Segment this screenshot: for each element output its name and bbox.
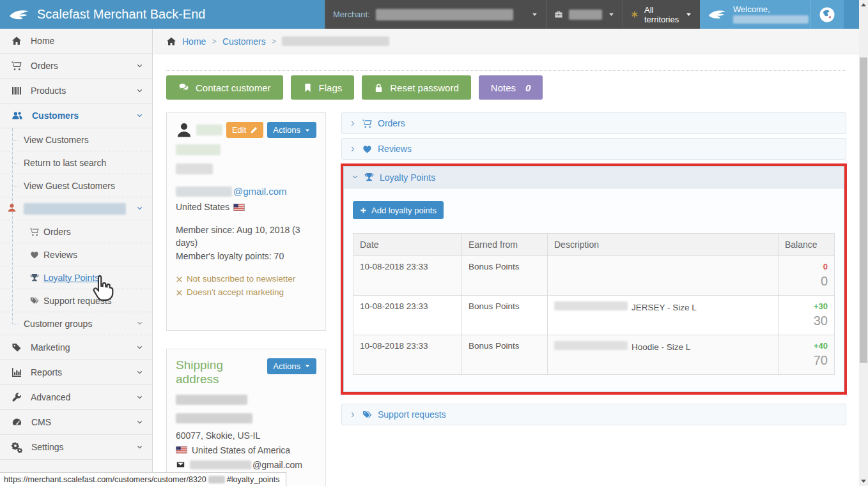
chevron-down-icon	[136, 444, 143, 451]
barcode-icon	[12, 86, 22, 96]
add-loyalty-points-button[interactable]: Add loyalty points	[353, 201, 444, 219]
loyalty-points-table: Date Earned from Description Balance 10-…	[353, 233, 835, 375]
scrollbar-up-arrow[interactable]	[861, 3, 866, 6]
description-text: Hoodie - Size L	[632, 342, 690, 352]
email-domain: @gmail.com	[252, 460, 302, 470]
chevron-down-icon	[136, 63, 143, 70]
lock-icon	[374, 83, 384, 93]
description-text: JERSEY - Size L	[632, 303, 697, 312]
sidebar-item-view-customers[interactable]: View Customers	[0, 128, 152, 151]
chevron-down-icon	[136, 320, 143, 327]
orders-panel-header[interactable]: Orders	[341, 112, 846, 134]
points-balance: 70	[785, 353, 828, 368]
profile-actions-dropdown[interactable]: Actions	[267, 122, 316, 138]
scrollbar-thumb[interactable]	[860, 57, 867, 363]
territories-label: All territories	[644, 5, 679, 24]
cart-icon	[12, 61, 22, 71]
sidebar-item-customer-orders[interactable]: Orders	[0, 220, 152, 243]
browser-status-url: https://merchant.scalefast.com/customers…	[0, 472, 286, 486]
customer-email[interactable]: @gmail.com	[176, 186, 316, 197]
contact-customer-button[interactable]: Contact customer	[166, 75, 283, 100]
territories-selector[interactable]: All territories	[623, 0, 700, 29]
sidebar-item-settings[interactable]: Settings	[0, 435, 152, 460]
user-menu[interactable]: Welcome,	[700, 0, 810, 29]
language-globe-button[interactable]	[810, 0, 844, 29]
vertical-scrollbar[interactable]	[859, 0, 868, 486]
caret-down-icon	[685, 11, 692, 18]
gears-icon	[12, 442, 22, 453]
sidebar-item-reports[interactable]: Reports	[0, 360, 152, 385]
panel-title: Support requests	[378, 409, 446, 420]
support-requests-panel-header[interactable]: Support requests	[341, 404, 846, 425]
header-filler	[844, 0, 859, 29]
tags-icon	[30, 296, 39, 305]
sidebar-item-return-to-last-search[interactable]: Return to last search	[0, 151, 152, 174]
merchant-selector[interactable]: Merchant:	[325, 0, 546, 29]
sidebar-item-customer-groups[interactable]: Customer groups	[0, 312, 152, 335]
reset-password-button[interactable]: Reset password	[362, 75, 471, 100]
sidebar-item-label: Advanced	[31, 392, 70, 402]
points-delta: 0	[785, 262, 828, 271]
chevron-down-icon	[136, 394, 143, 401]
status-url-prefix: https://merchant.scalefast.com/customers…	[4, 475, 206, 484]
shipping-actions-dropdown[interactable]: Actions	[267, 358, 316, 374]
newsletter-status: Not subscribed to newsletter	[176, 273, 316, 286]
cell-date: 10-08-2018 23:33	[353, 296, 462, 335]
store-selector[interactable]	[546, 0, 623, 29]
button-label: Actions	[273, 361, 300, 371]
briefcase-icon	[554, 10, 563, 19]
status-url-fragment: #loyalty_points	[227, 475, 280, 484]
chevron-down-icon	[136, 87, 143, 95]
sidebar-item-label: Products	[31, 86, 66, 96]
sidebar-item-advanced[interactable]: Advanced	[0, 385, 152, 410]
trophy-icon	[30, 273, 39, 282]
column-header-description: Description	[548, 234, 779, 256]
sidebar-item-customers[interactable]: Customers	[0, 103, 152, 128]
notes-button[interactable]: Notes 0	[479, 75, 543, 100]
edit-customer-button[interactable]: Edit	[226, 122, 263, 138]
redacted-address-line	[176, 395, 247, 405]
cell-date: 10-08-2018 23:33	[353, 256, 462, 296]
brand[interactable]: Scalefast Merchant Back-End	[0, 0, 325, 29]
scrollbar-down-arrow[interactable]	[861, 480, 866, 483]
sidebar-item-cms[interactable]: CMS	[0, 410, 152, 435]
sidebar-item-label: View Customers	[24, 135, 89, 145]
flags-button[interactable]: Flags	[291, 75, 355, 100]
sidebar-item-customer-loyalty-points[interactable]: Loyalty Points	[0, 266, 152, 289]
sidebar-item-products[interactable]: Products	[0, 79, 152, 103]
sidebar-item-label: Reviews	[43, 250, 77, 260]
panel-title: Loyalty Points	[380, 172, 435, 183]
bar-chart-icon	[12, 367, 22, 377]
button-label: Reset password	[390, 82, 459, 93]
shipping-email: @gmail.com	[176, 460, 316, 470]
reviews-panel-header[interactable]: Reviews	[341, 138, 846, 160]
loyalty-panel-header[interactable]: Loyalty Points	[344, 167, 844, 188]
sidebar-item-label: CMS	[31, 417, 51, 427]
breadcrumb-home-link[interactable]: Home	[182, 36, 206, 47]
sidebar-item-customer-reviews[interactable]: Reviews	[0, 243, 152, 266]
table-row: 10-08-2018 23:33 Bonus Points 0 0	[353, 256, 835, 296]
points-delta: +40	[785, 341, 828, 351]
breadcrumb: Home > Customers >	[153, 29, 859, 54]
breadcrumb-separator: >	[212, 36, 217, 46]
caret-down-icon	[531, 11, 538, 18]
trophy-icon	[364, 172, 374, 182]
sidebar-item-marketing[interactable]: Marketing	[0, 335, 152, 360]
sidebar-item-label: Orders	[31, 61, 58, 71]
sidebar-item-current-customer[interactable]	[0, 197, 152, 220]
home-icon[interactable]	[166, 36, 176, 47]
cell-earned-from: Bonus Points	[462, 296, 548, 335]
sidebar-item-label: Home	[31, 36, 54, 46]
chevron-down-icon	[136, 369, 143, 376]
sidebar-item-home[interactable]: Home	[0, 29, 152, 54]
column-header-balance: Balance	[779, 234, 835, 256]
redacted-product-name	[554, 301, 628, 310]
sidebar-item-orders[interactable]: Orders	[0, 54, 152, 79]
sidebar-item-view-guest-customers[interactable]: View Guest Customers	[0, 174, 152, 197]
x-mark-icon	[176, 276, 183, 283]
sidebar-item-customer-support-requests[interactable]: Support requests	[0, 289, 152, 312]
sidebar-item-label: Customers	[32, 110, 79, 121]
breadcrumb-customers-link[interactable]: Customers	[222, 36, 266, 47]
chevron-right-icon	[350, 411, 357, 418]
sidebar-item-label: View Guest Customers	[24, 181, 115, 191]
